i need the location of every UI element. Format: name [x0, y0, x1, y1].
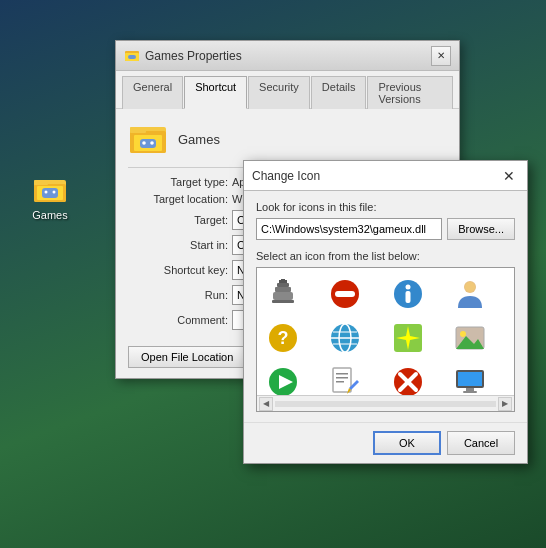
- games-title-icon: [124, 48, 140, 64]
- icon-image[interactable]: [450, 318, 490, 358]
- desktop-icon-image: [32, 170, 68, 206]
- icons-list-label: Select an icon from the list below:: [256, 250, 515, 262]
- icon-person[interactable]: [450, 274, 490, 314]
- svg-rect-20: [275, 287, 291, 292]
- games-tab-bar: General Shortcut Security Details Previo…: [116, 71, 459, 109]
- svg-rect-9: [128, 55, 136, 59]
- svg-rect-12: [130, 127, 146, 133]
- icons-grid-container: ?: [256, 267, 515, 412]
- shortcut-key-label: Shortcut key:: [128, 264, 228, 276]
- svg-rect-4: [42, 188, 58, 198]
- svg-rect-22: [272, 300, 294, 303]
- scrollbar-horizontal[interactable]: ◀ ▶: [257, 395, 514, 411]
- tab-details[interactable]: Details: [311, 76, 367, 109]
- file-input-row: Browse...: [256, 218, 515, 240]
- change-icon-close-button[interactable]: ✕: [499, 166, 519, 186]
- ok-button[interactable]: OK: [373, 431, 441, 455]
- games-dialog-title-text: Games Properties: [145, 49, 242, 63]
- icon-question[interactable]: ?: [263, 318, 303, 358]
- tab-general[interactable]: General: [122, 76, 183, 109]
- target-type-label: Target type:: [128, 176, 228, 188]
- svg-rect-48: [336, 381, 344, 383]
- browse-button[interactable]: Browse...: [447, 218, 515, 240]
- file-label: Look for icons in this file:: [256, 201, 515, 213]
- icon-sparkle[interactable]: [388, 318, 428, 358]
- svg-rect-46: [336, 373, 348, 375]
- svg-rect-55: [458, 372, 482, 386]
- svg-rect-19: [277, 283, 289, 287]
- svg-rect-27: [405, 291, 410, 303]
- svg-rect-47: [336, 377, 348, 379]
- cancel-button[interactable]: Cancel: [447, 431, 515, 455]
- games-dialog-close-button[interactable]: ✕: [431, 46, 451, 66]
- svg-point-15: [142, 141, 146, 145]
- comment-label: Comment:: [128, 314, 228, 326]
- change-icon-dialog: Change Icon ✕ Look for icons in this fil…: [243, 160, 528, 464]
- app-icon-large: [128, 119, 168, 159]
- svg-point-41: [460, 331, 466, 337]
- scroll-right-button[interactable]: ▶: [498, 397, 512, 411]
- change-icon-title-text: Change Icon: [252, 169, 320, 183]
- svg-point-29: [465, 282, 475, 292]
- svg-point-16: [150, 141, 154, 145]
- svg-point-26: [405, 285, 410, 290]
- tab-security[interactable]: Security: [248, 76, 310, 109]
- app-name-label: Games: [178, 132, 220, 147]
- change-icon-buttons: OK Cancel: [244, 422, 527, 463]
- games-properties-title: Games Properties: [124, 48, 242, 64]
- svg-text:?: ?: [278, 328, 289, 348]
- icon-globe[interactable]: [325, 318, 365, 358]
- start-in-label: Start in:: [128, 239, 228, 251]
- svg-rect-2: [34, 180, 48, 185]
- svg-point-5: [45, 191, 48, 194]
- target-location-label: Target location:: [128, 193, 228, 205]
- file-path-input[interactable]: [256, 218, 442, 240]
- change-icon-title-bar: Change Icon ✕: [244, 161, 527, 191]
- tab-previous-versions[interactable]: Previous Versions: [367, 76, 453, 109]
- scrollbar-track[interactable]: [275, 401, 496, 407]
- svg-rect-21: [273, 292, 293, 300]
- games-properties-title-bar: Games Properties ✕: [116, 41, 459, 71]
- icon-no-entry[interactable]: [325, 274, 365, 314]
- svg-rect-57: [463, 391, 477, 393]
- desktop-icon-games[interactable]: Games: [20, 170, 80, 221]
- scroll-left-button[interactable]: ◀: [259, 397, 273, 411]
- svg-rect-24: [335, 291, 355, 297]
- open-file-location-button[interactable]: Open File Location: [128, 346, 246, 368]
- svg-rect-45: [333, 368, 351, 392]
- desktop-icon-label: Games: [32, 209, 67, 221]
- icon-info[interactable]: [388, 274, 428, 314]
- tab-shortcut[interactable]: Shortcut: [184, 76, 247, 109]
- svg-rect-56: [466, 388, 474, 391]
- change-icon-body: Look for icons in this file: Browse... S…: [244, 191, 527, 422]
- svg-point-6: [53, 191, 56, 194]
- icon-chess-king[interactable]: [263, 274, 303, 314]
- target-label: Target:: [128, 214, 228, 226]
- icons-grid: ?: [257, 268, 514, 412]
- run-label: Run:: [128, 289, 228, 301]
